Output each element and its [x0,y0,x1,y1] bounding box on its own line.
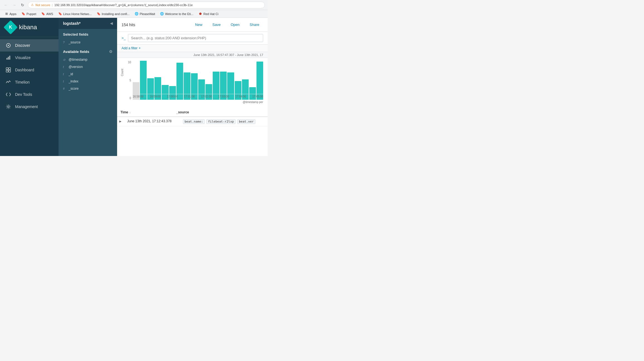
field-timestamp[interactable]: ⊙ @timestamp [59,56,117,63]
time-range-text: June 13th 2021, 16:57:47.307 - June 13th… [193,53,263,57]
search-prompt: >_ [122,36,126,40]
expand-row-button[interactable]: ▶ [118,119,123,123]
sidebar-item-discover-label: Discover [15,43,30,48]
x-label-6: 17:04:00 [235,95,246,98]
bookmark-installing[interactable]: 🔖 Installing and confi... [95,11,132,16]
results-table: Time ↓ _source ▶ June 13th 2021, 17:12:4… [117,108,268,156]
sidebar-item-discover[interactable]: Discover [0,39,59,52]
sidebar-item-devtools[interactable]: Dev Tools [0,88,59,101]
bookmark-pleasewait[interactable]: 🌐 PleaseWait [132,11,157,16]
management-icon [6,104,11,109]
field-name-id: _id [69,72,113,76]
field-score[interactable]: # _score [59,85,117,92]
sidebar-item-visualize[interactable]: Visualize [0,52,59,64]
timelion-icon [6,79,11,85]
share-button[interactable]: Share [246,21,263,28]
fields-gear-icon[interactable]: ⚙ [109,49,113,54]
field-type-question: ? [63,41,66,44]
add-filter-label: Add a filter [122,46,137,50]
url-bar[interactable]: ⚠ Not secure | 192.168.99.101:32010/app/… [28,2,265,8]
chart-x-label: @timestamp per [243,101,263,104]
aws-label: AWS [46,12,53,16]
new-button[interactable]: New [191,21,206,28]
url-separator: | [52,3,53,7]
kibana-logo-text: kibana [19,24,37,31]
svg-point-1 [8,45,9,46]
y-label-10: 10 [128,61,131,64]
sidebar: K kibana Discover [0,18,59,156]
td-time: June 13th 2021, 17:12:43.378 [124,117,180,125]
field-name-timestamp: @timestamp [69,58,113,62]
add-filter-link[interactable]: Add a filter + [122,46,263,50]
selected-fields-section: Selected fields ? _source [59,29,117,46]
x-label-1: 16:59:00 [150,95,161,98]
source-tag-beat-ver: beat.ver [237,119,255,124]
sidebar-item-dashboard[interactable]: Dashboard [0,64,59,76]
pleasewait-icon: 🌐 [135,12,139,16]
kibana-logo-diamond: K [4,20,18,35]
th-source[interactable]: _source [173,108,268,116]
search-input-wrapper[interactable] [128,34,263,42]
pleasewait-label: PleaseWait [140,12,155,16]
bookmark-linux[interactable]: 🔖 Linux Home Netwo... [56,11,94,16]
field-panel: logstash* ◀ Selected fields ? _source Av… [59,18,117,156]
bookmarks-bar: ⊞ Apps 🔖 Puppet 🔖 AWS 🔖 Linux Home Netwo… [0,10,268,18]
svg-rect-6 [9,68,11,70]
search-input[interactable] [131,36,260,40]
bookmark-redhat[interactable]: ⬟ Red Hat Ci [196,11,221,16]
chart-x-axis: 16:58:0016:59:0017:00:0017:01:0017:02:00… [133,94,263,98]
sidebar-item-dashboard-label: Dashboard [15,68,34,72]
field-type-t2: t [63,73,66,76]
field-version[interactable]: t @version [59,63,117,70]
td-expand: ▶ [117,117,124,126]
field-name-score: _score [69,87,113,91]
linux-label: Linux Home Netwo... [63,12,92,16]
available-fields-header: Available fields ⚙ [59,46,117,56]
source-tag-beat-name-value: filebeat-r2lxp [206,119,236,124]
svg-rect-5 [6,68,8,70]
welcome-icon: 🌐 [160,12,164,16]
bookmark-welcome[interactable]: 🌐 Welcome to the Eti... [158,11,195,16]
x-label-3: 17:01:00 [184,95,195,98]
bookmark-puppet[interactable]: 🔖 Puppet [19,11,38,16]
svg-rect-4 [9,56,10,60]
source-tag-beat-name-label: beat.name: [183,119,205,124]
chart-container: Count 10 5 0 16:58:0016:59:0017:00:0017:… [122,61,263,105]
sort-icon: ↓ [129,111,131,114]
back-button[interactable]: ← [3,2,9,8]
field-index[interactable]: t _index [59,78,117,85]
selected-field-source[interactable]: ? _source [59,39,117,46]
browser-bar: ← → ↻ ⚠ Not secure | 192.168.99.101:3201… [0,0,268,10]
puppet-label: Puppet [26,12,36,16]
x-label-0: 16:58:00 [133,95,144,98]
installing-label: Installing and confi... [102,12,130,16]
open-button[interactable]: Open [227,21,243,28]
x-label-5: 17:03:00 [218,95,229,98]
forward-button[interactable]: → [11,2,17,8]
aws-icon: 🔖 [41,12,45,16]
sidebar-nav: Discover Visualize [0,37,59,156]
main-content: 154 hits New Save Open Share >_ Add a fi… [117,18,268,156]
field-id[interactable]: t _id [59,70,117,78]
visualize-icon [6,55,11,60]
field-name-version: @version [69,65,113,69]
welcome-label: Welcome to the Eti... [165,12,193,16]
bookmark-apps[interactable]: ⊞ Apps [2,11,19,16]
redhat-icon: ⬟ [198,12,202,16]
sidebar-item-visualize-label: Visualize [15,55,31,60]
collapse-panel-icon[interactable]: ◀ [110,21,113,25]
save-button[interactable]: Save [209,21,225,28]
sidebar-logo: K kibana [0,18,59,37]
available-fields-title: Available fields [63,50,89,54]
puppet-icon: 🔖 [21,12,25,16]
y-label-0: 0 [129,97,131,100]
sidebar-item-management[interactable]: Management [0,101,59,113]
x-label-2: 17:00:00 [167,95,178,98]
bookmark-aws[interactable]: 🔖 AWS [39,11,55,16]
chart-y-axis: 10 5 0 [122,61,133,100]
x-label-7: 17:05:00 [252,95,263,98]
reload-button[interactable]: ↻ [20,2,26,8]
security-warning-text: Not secure [35,3,50,7]
th-time[interactable]: Time ↓ [117,108,173,116]
sidebar-item-timelion[interactable]: Timelion [0,76,59,88]
